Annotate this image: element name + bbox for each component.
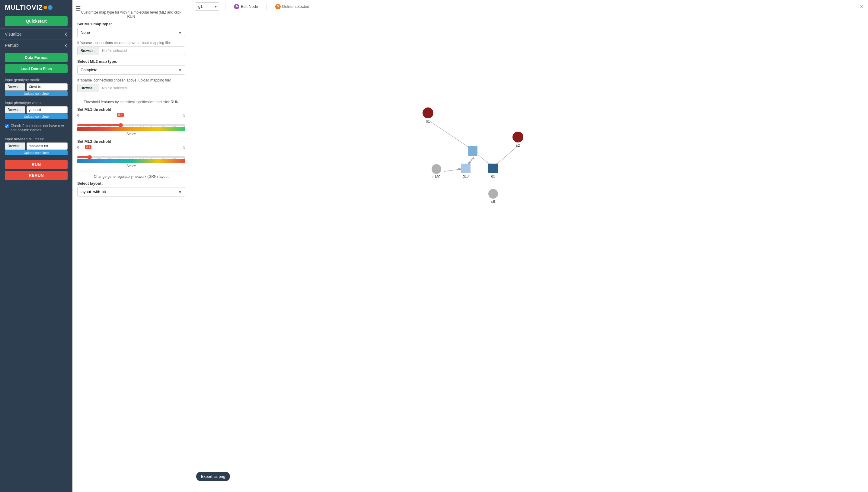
node-g13-label: g13 <box>463 174 469 178</box>
sidebar-action-buttons: Data Format Load Demo Files <box>0 51 72 75</box>
logo-area: MULTIOVIZ <box>0 0 72 14</box>
data-format-button[interactable]: Data Format <box>5 53 68 62</box>
ml1-score-gradient <box>77 127 185 131</box>
ml2-no-file: No file selected <box>99 84 185 92</box>
logo-dot <box>44 6 47 9</box>
mask-browse-button[interactable]: Browse... <box>5 143 25 150</box>
panel-collapse-button[interactable]: — <box>77 3 185 8</box>
perturb-chevron: ❮ <box>65 43 68 47</box>
run-button[interactable]: RUN <box>5 160 68 169</box>
load-demo-button[interactable]: Load Demo Files <box>5 64 68 73</box>
ml1-no-file: No file selected <box>99 47 185 55</box>
ml2-slider-container: 0 1 0.1 0 0.1 0.2 0.3 0.4 0.5 0.6 0.7 0.… <box>77 146 185 168</box>
phenotype-section: Input phenotype vector: Browse... ytest.… <box>0 98 72 121</box>
layout-label: Select layout: <box>77 181 185 186</box>
phenotype-file-row: Browse... ytest.txt <box>5 106 68 114</box>
node-s1-label: s1 <box>426 119 430 123</box>
checkbox-label: Check if mask does not have row and colu… <box>10 124 68 132</box>
ml1-slider-container: 0 1 0.4 0 0.1 0.2 0.3 0.4 0.5 0.6 0.7 0.… <box>77 114 185 136</box>
ml1-value-bubble: 0.4 <box>117 113 124 117</box>
edit-node-label: Edit Node <box>241 4 258 9</box>
checkbox-row: Check if mask does not have row and colu… <box>0 121 72 134</box>
node-g4[interactable]: g4 <box>468 146 477 161</box>
node-s2-shape <box>513 131 523 143</box>
ml2-upload-label: If 'sparse' connections chosen above, up… <box>77 78 185 82</box>
ml1-score-label: Score <box>77 132 185 136</box>
ml2-browse-button[interactable]: Browse... <box>78 84 99 92</box>
toolbar-divider2 <box>267 3 267 10</box>
phenotype-browse-button[interactable]: Browse... <box>5 106 25 114</box>
edge-s2-g2 <box>495 146 518 166</box>
edge-s180-g13 <box>444 169 461 171</box>
genotype-browse-button[interactable]: Browse... <box>5 83 25 91</box>
genotype-filename: Xtest.txt <box>27 83 68 91</box>
ml1-browse-button[interactable]: Browse... <box>78 47 99 55</box>
node-g13[interactable]: g13 <box>461 164 471 178</box>
graph-panel: g1 g2 g3 ▼ ✎ Edit Node ✕ Delete selected… <box>190 0 868 492</box>
genotype-file-row: Browse... Xtest.txt <box>5 83 68 91</box>
phenotype-filename: ytest.txt <box>27 106 68 114</box>
ml2-slider-top-labels: 0 1 <box>77 146 185 149</box>
ml2-range-input[interactable] <box>77 156 185 158</box>
node-s1[interactable]: s1 <box>423 107 433 123</box>
delete-selected-icon: ✕ <box>275 4 281 9</box>
ml1-upload-label: If 'sparse' connections chosen above, up… <box>77 41 185 45</box>
sidebar-item-visualize[interactable]: Visualize ❮ <box>0 28 72 40</box>
node-g2-shape <box>488 164 498 173</box>
threshold-section: Threshold features by statistical signif… <box>77 100 185 168</box>
ml2-map-select[interactable]: None Complete Sparse <box>77 65 185 75</box>
ml2-upload-section: If 'sparse' connections chosen above, up… <box>77 78 185 92</box>
mask-upload-status: Upload complete <box>5 150 68 155</box>
node-s9[interactable]: s9 <box>488 189 498 204</box>
node-s180[interactable]: s180 <box>431 164 441 179</box>
ml2-map-select-wrapper: None Complete Sparse ▼ <box>77 65 185 75</box>
edit-node-button[interactable]: ✎ Edit Node <box>231 3 261 10</box>
phenotype-upload-status: Upload complete <box>5 114 68 119</box>
mask-section: Input between ML mask: Browse... masktes… <box>0 134 72 157</box>
genotype-section: Input genotype matrix: Browse... Xtest.t… <box>0 75 72 98</box>
ml2-slider-track: 0.1 <box>77 150 185 155</box>
node-g2[interactable]: g2 <box>488 164 498 178</box>
export-png-button[interactable]: Export as png <box>196 472 230 481</box>
graph-canvas: s1 s2 g4 g13 g2 <box>190 13 868 487</box>
mask-filename: masktest.txt <box>27 143 68 150</box>
ml2-score-gradient <box>77 159 185 163</box>
quickstart-button[interactable]: Quickstart <box>5 16 68 26</box>
perturb-label: Perturb <box>5 43 19 48</box>
ml1-map-select[interactable]: None Complete Sparse <box>77 28 185 37</box>
mask-label: Input between ML mask: <box>5 137 68 141</box>
app-title: MULTIOVIZ <box>5 4 43 11</box>
threshold-desc: Threshold features by statistical signif… <box>77 100 185 104</box>
ml1-upload-row: Browse... No file selected <box>77 47 185 55</box>
toolbar-divider <box>225 3 225 10</box>
node-g2-label: g2 <box>491 174 495 178</box>
layout-select[interactable]: layout_with_kk layout_nicely layout_as_t… <box>77 187 185 197</box>
ml1-max-label: 1 <box>183 114 185 117</box>
run-buttons: RUN RERUN <box>0 157 72 182</box>
layout-select-wrapper: layout_with_kk layout_nicely layout_as_t… <box>77 187 185 197</box>
edge-s1-g4 <box>428 120 474 151</box>
sidebar-item-perturb[interactable]: Perturb ❮ <box>0 40 72 51</box>
node-s9-label: s9 <box>491 199 495 204</box>
mask-checkbox[interactable] <box>5 124 9 128</box>
ml1-upload-section: If 'sparse' connections chosen above, up… <box>77 41 185 55</box>
graph-svg <box>190 13 868 487</box>
ml1-range-input[interactable] <box>77 124 185 126</box>
rerun-button[interactable]: RERUN <box>5 171 68 180</box>
genotype-label: Input genotype matrix: <box>5 78 68 82</box>
ml2-score-label: Score <box>77 164 185 168</box>
ml-description: Customize map type for within a molecula… <box>77 10 185 19</box>
node-s2[interactable]: s2 <box>513 131 523 148</box>
logo-dot-blue <box>48 5 52 10</box>
visualize-chevron: ❮ <box>65 32 68 36</box>
node-g4-shape <box>468 146 477 156</box>
visualize-label: Visualize <box>5 32 22 36</box>
node-g13-shape <box>461 164 471 173</box>
graph-close-button[interactable]: × <box>860 4 863 9</box>
ml1-map-select-wrapper: None Complete Sparse ▼ <box>77 28 185 37</box>
delete-selected-button[interactable]: ✕ Delete selected <box>273 3 312 10</box>
hamburger-button[interactable]: ☰ <box>75 5 81 12</box>
graph-dropdown[interactable]: g1 g2 g3 <box>195 2 219 10</box>
phenotype-label: Input phenotype vector: <box>5 101 68 105</box>
delete-selected-label: Delete selected <box>282 4 309 9</box>
